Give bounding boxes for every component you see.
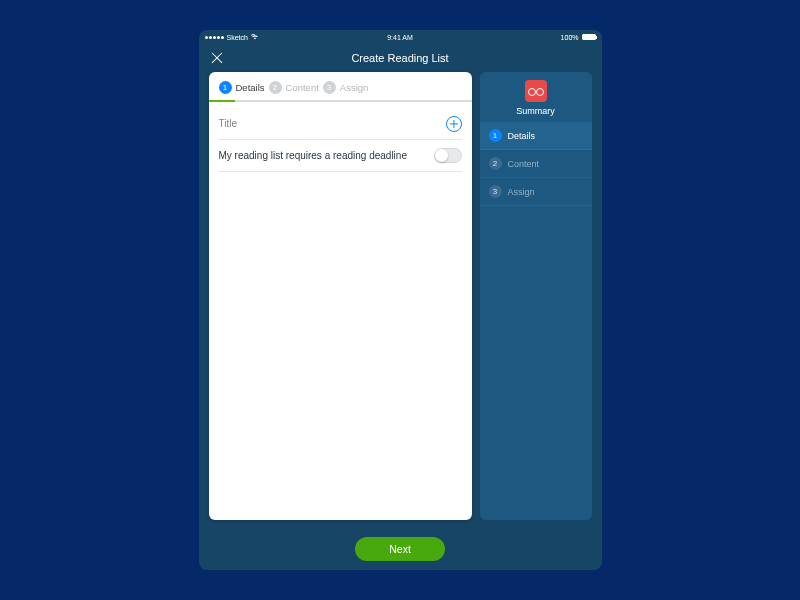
wifi-icon [251,34,259,41]
summary-title: Summary [480,106,592,116]
summary-item-number: 2 [489,157,502,170]
summary-item-content[interactable]: 2 Content [480,150,592,178]
summary-item-number: 1 [489,129,502,142]
deadline-toggle[interactable] [434,148,462,163]
form-fields: Title My reading list requires a reading… [209,102,472,178]
step-label: Content [286,82,319,93]
toggle-knob [435,149,448,162]
footer: Next [199,528,602,570]
step-content[interactable]: 2 Content [269,81,319,94]
deadline-label: My reading list requires a reading deadl… [219,150,434,161]
step-indicator: 1 Details 2 Content 3 Assign [209,72,472,100]
summary-panel: Summary 1 Details 2 Content 3 Assign [480,72,592,520]
summary-item-assign[interactable]: 3 Assign [480,178,592,206]
deadline-field-row: My reading list requires a reading deadl… [219,140,462,172]
step-number: 3 [323,81,336,94]
battery-icon [582,34,596,40]
summary-item-label: Assign [508,187,535,197]
status-time: 9:41 AM [387,34,413,41]
summary-app-icon [525,80,547,102]
step-label: Assign [340,82,369,93]
signal-dots-icon [205,36,224,39]
next-button[interactable]: Next [355,537,445,561]
main-card: 1 Details 2 Content 3 Assign Title [209,72,472,520]
tablet-frame: Sketch 9:41 AM 100% Create Reading List … [199,30,602,570]
summary-item-label: Details [508,131,536,141]
status-bar: Sketch 9:41 AM 100% [199,30,602,44]
step-label: Details [236,82,265,93]
progress-fill [209,100,235,102]
title-label: Title [219,118,446,129]
step-number: 1 [219,81,232,94]
carrier-label: Sketch [227,34,248,41]
title-field-row[interactable]: Title [219,108,462,140]
glasses-icon [528,87,544,95]
page-title: Create Reading List [351,52,448,64]
progress-bar [209,100,472,102]
summary-item-details[interactable]: 1 Details [480,122,592,150]
battery-pct-label: 100% [561,34,579,41]
step-details[interactable]: 1 Details [219,81,265,94]
summary-item-label: Content [508,159,540,169]
status-right: 100% [413,34,596,41]
step-assign[interactable]: 3 Assign [323,81,369,94]
nav-bar: Create Reading List [199,44,602,72]
summary-item-number: 3 [489,185,502,198]
close-icon[interactable] [209,50,225,66]
body-area: 1 Details 2 Content 3 Assign Title [199,72,602,528]
plus-icon[interactable] [446,116,462,132]
status-left: Sketch [205,34,388,41]
step-number: 2 [269,81,282,94]
